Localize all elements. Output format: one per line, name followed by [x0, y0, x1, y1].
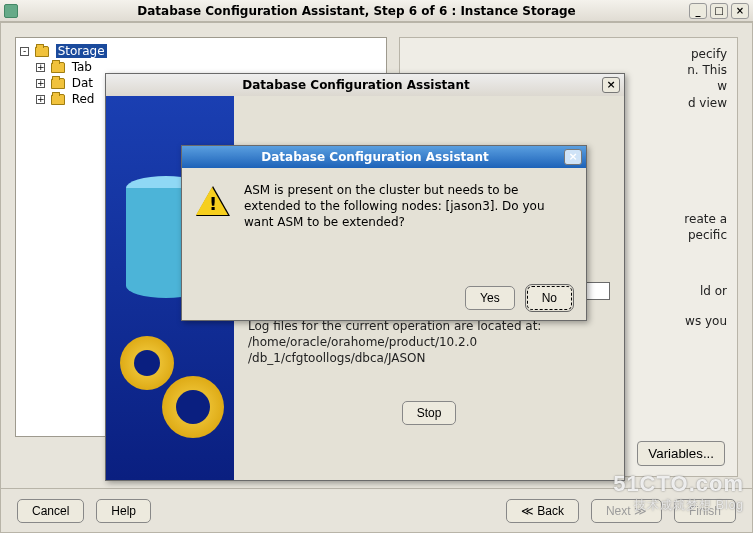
log-text: Log files for the current operation are …	[248, 318, 610, 367]
confirm-message: ASM is present on the cluster but needs …	[244, 182, 572, 231]
gear-icon	[162, 376, 224, 438]
folder-icon	[35, 46, 49, 57]
progress-dialog-title: Database Configuration Assistant	[110, 78, 602, 92]
folder-icon	[51, 78, 65, 89]
folder-icon	[51, 62, 65, 73]
tree-label-storage[interactable]: Storage	[56, 44, 107, 58]
progress-dialog-close-button[interactable]: ×	[602, 77, 620, 93]
confirm-dialog-titlebar: Database Configuration Assistant ×	[182, 146, 586, 168]
next-label: Next	[606, 504, 631, 518]
tree-toggle-icon[interactable]: -	[20, 47, 29, 56]
tree-toggle-icon[interactable]: +	[36, 79, 45, 88]
desc-frag: pecify	[408, 46, 727, 62]
wizard-button-bar: Cancel Help ≪ Back Next ≫ Finish	[1, 488, 752, 532]
yes-button[interactable]: Yes	[465, 286, 515, 310]
folder-icon	[51, 94, 65, 105]
client-area: - Storage + Tab + Dat + Red pecify n. Th…	[0, 22, 753, 533]
window-title: Database Configuration Assistant, Step 6…	[24, 4, 689, 18]
log-line: /db_1/cfgtoollogs/dbca/JASON	[248, 350, 610, 366]
back-button[interactable]: ≪ Back	[506, 499, 579, 523]
finish-button: Finish	[674, 499, 736, 523]
gear-icon	[120, 336, 174, 390]
tree-toggle-icon[interactable]: +	[36, 63, 45, 72]
file-location-variables-button[interactable]: Variables...	[637, 441, 725, 466]
stop-button[interactable]: Stop	[402, 401, 457, 425]
cancel-button[interactable]: Cancel	[17, 499, 84, 523]
next-button: Next ≫	[591, 499, 662, 523]
confirm-buttons: Yes No	[196, 266, 572, 310]
tree-node-storage[interactable]: - Storage	[20, 44, 382, 58]
tree-label: Tab	[72, 60, 92, 74]
confirm-dialog-title: Database Configuration Assistant	[186, 150, 564, 164]
no-button[interactable]: No	[527, 286, 572, 310]
tree-label: Red	[72, 92, 95, 106]
app-icon	[4, 4, 18, 18]
confirm-dialog-close-button[interactable]: ×	[564, 149, 582, 165]
tree-toggle-icon[interactable]: +	[36, 95, 45, 104]
help-button[interactable]: Help	[96, 499, 151, 523]
window-buttons: _ □ ×	[689, 3, 749, 19]
maximize-button[interactable]: □	[710, 3, 728, 19]
log-line: /home/oracle/orahome/product/10.2.0	[248, 334, 610, 350]
close-button[interactable]: ×	[731, 3, 749, 19]
warning-icon: !	[196, 186, 230, 216]
progress-dialog-titlebar: Database Configuration Assistant ×	[106, 74, 624, 96]
tree-node-tab[interactable]: + Tab	[20, 60, 382, 74]
confirm-dialog: Database Configuration Assistant × ! ASM…	[181, 145, 587, 321]
tree-label: Dat	[72, 76, 93, 90]
back-label: Back	[537, 504, 564, 518]
main-titlebar: Database Configuration Assistant, Step 6…	[0, 0, 753, 22]
minimize-button[interactable]: _	[689, 3, 707, 19]
confirm-body: ! ASM is present on the cluster but need…	[182, 168, 586, 320]
